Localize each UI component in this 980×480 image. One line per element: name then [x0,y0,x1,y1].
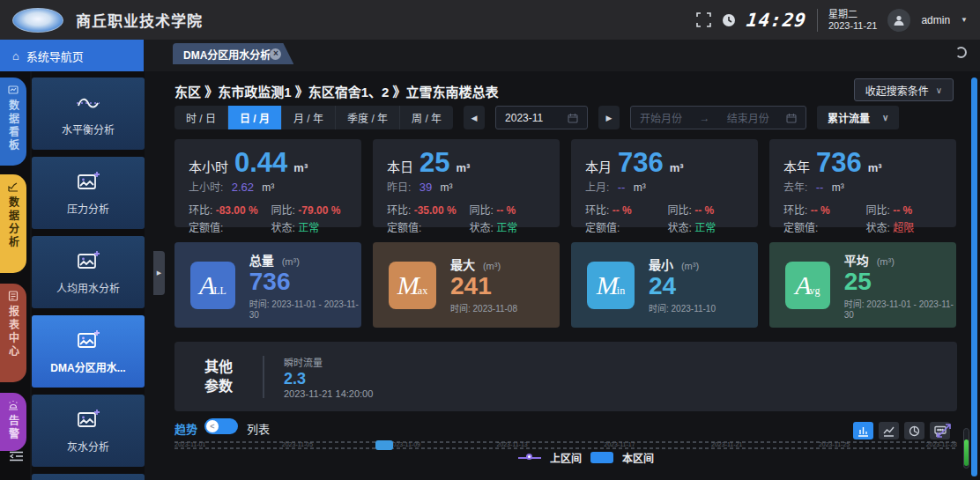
sidebar-group-report[interactable]: 报表中心 [0,284,26,382]
stat-prev-label: 去年: [783,181,807,194]
nav-home-label: 系统导航页 [26,48,84,64]
stat-period-label: 本月 [585,157,612,175]
filter-row: 时 / 日 日 / 月 月 / 年 季度 / 年 周 / 年 ◀ 2023-11… [174,106,899,129]
circle-chart-icon[interactable] [904,422,924,439]
quota-label: 定额值: [585,219,668,234]
legend-line-marker[interactable] [518,457,541,459]
summary-unit: (m³) [282,256,300,267]
stat-unit: m³ [293,161,308,174]
analysis-icon [8,181,19,192]
instant-flow-time: 2023-11-21 14:20:00 [284,388,373,399]
ring-label: 环比: [189,204,212,217]
legend-upper-range[interactable]: 上区间 [550,450,582,465]
metric-select[interactable]: 累计流量 ∨ [817,106,899,129]
refresh-icon[interactable] [955,47,969,61]
caret-down-icon[interactable]: ▼ [961,16,968,24]
legend-current-range[interactable]: 本区间 [622,450,654,465]
wave-icon [75,91,101,114]
period-month-year[interactable]: 月 / 年 [281,106,335,129]
period-day-month[interactable]: 日 / 月 [227,106,281,129]
icon-letter-small: in [617,284,625,298]
header-divider [817,9,818,32]
sidebar-item-grey-water[interactable]: 灰水分析 [32,395,145,467]
instant-flow-value: 2.3 [284,369,373,388]
fullscreen-chart-icon[interactable] [936,423,952,439]
stat-card-hour: 本小时 0.44 m³ 上小时: 2.62 m³ 环比: -83.00 % 同比… [174,139,361,227]
collapse-search-button[interactable]: 收起搜索条件 ∨ [854,78,954,101]
ring-value: -35.00 % [414,204,457,217]
stat-prev-unit: m³ [441,181,453,194]
stat-unit: m³ [670,161,684,174]
sidebar-group-strip: 数据看板 数据分析 报表中心 告警 [0,71,30,480]
collapse-menu-icon[interactable] [9,450,24,462]
stat-unit: m³ [457,161,471,174]
sidebar-group-analysis[interactable]: 数据分析 [0,174,26,273]
school-logo [12,8,63,33]
sidebar-item-dma-analysis[interactable]: DMA分区用水... [32,315,145,388]
calendar-icon [786,113,797,123]
sidebar-item-water-balance[interactable]: 水平衡分析 [32,78,145,150]
ring-value: -- % [811,204,830,217]
summary-value: 25 [844,269,956,295]
range-end-placeholder: 结束月份 [727,110,769,125]
clock-time: 14:29 [745,10,807,31]
other-params-card: 其他 参数 瞬时流量 2.3 2023-11-21 14:20:00 [174,342,957,411]
nav-home-button[interactable]: ⌂ 系统导航页 [0,40,144,71]
sidebar-item-per-capita[interactable]: 人均用水分析 [32,236,145,308]
quota-label: 定额值: [387,219,470,234]
fullscreen-icon[interactable] [696,12,711,27]
instant-flow-label: 瞬时流量 [284,355,373,369]
stat-value: 736 [618,150,664,176]
expand-sidebar-icon[interactable]: ▶ [153,251,165,295]
status-badge: 正常 [694,222,716,234]
ring-value: -- % [612,204,632,217]
tab-dma-analysis[interactable]: DMA分区用水分析 × [173,43,293,64]
sidebar-item-label: 水平衡分析 [62,122,115,137]
datazoom-tick: 2023-11-01 [174,441,205,447]
mini-scrollbar-thumb[interactable] [964,439,969,466]
line-chart-icon[interactable] [879,422,899,439]
next-month-button[interactable]: ▶ [598,106,620,129]
stat-prev-unit: m³ [262,181,274,194]
sidebar-group-alarm[interactable]: 告警 [0,393,26,451]
summary-card-min: M in 最小 (m³) 24 时间: 2023-11-10 [571,242,758,328]
trend-label: 趋势 [174,420,197,437]
other-params-title: 其他 参数 [174,358,263,396]
summary-cards-row: A LL 总量 (m³) 736 时间: 2023-11-01 - 2023-1… [174,242,957,328]
legend-bar-marker[interactable] [590,452,613,463]
month-range-picker[interactable]: 开始月份 → 结束月份 [630,106,806,129]
image-plus-icon [76,249,100,272]
app-title: 商丘职业技术学院 [76,9,203,31]
sidebar-group-dashboard[interactable]: 数据看板 [0,78,26,166]
period-week-year[interactable]: 周 / 年 [399,106,453,129]
period-segmented-control: 时 / 日 日 / 月 月 / 年 季度 / 年 周 / 年 [174,106,453,129]
sidebar-item-pressure[interactable]: 压力分析 [32,157,145,229]
datazoom-tick: 2023-11-21 [711,441,742,447]
close-icon[interactable]: × [270,48,281,60]
vertical-scrollbar[interactable] [971,78,977,476]
sidebar-group-label: 数据看板 [6,100,21,152]
sidebar-item-label: DMA分区用水... [50,359,125,374]
prev-month-button[interactable]: ◀ [464,106,485,129]
avatar[interactable] [887,9,910,32]
status-badge: 正常 [298,222,319,234]
sidebar-menu: 水平衡分析 压力分析 人均用水分析 [32,71,145,480]
month-picker[interactable]: 2023-11 [495,106,588,129]
summary-unit: (m³) [877,256,895,267]
period-hour-day[interactable]: 时 / 日 [174,106,227,129]
datazoom-window[interactable] [375,440,393,450]
sidebar-item-label: 灰水分析 [67,439,109,454]
summary-value: 24 [649,273,716,299]
sidebar-item-partial[interactable] [32,474,145,480]
summary-card-max: M ax 最大 (m³) 241 时间: 2023-11-08 [373,242,560,328]
summary-value: 241 [450,273,517,299]
summary-card-total: A LL 总量 (m³) 736 时间: 2023-11-01 - 2023-1… [174,242,361,328]
stat-unit: m³ [868,161,882,174]
stat-prev-label: 上月: [585,181,609,194]
period-quarter-year[interactable]: 季度 / 年 [335,106,399,129]
arrow-right-icon: → [699,112,709,124]
datazoom-tick: 2023-11-05 [282,441,313,447]
bar-chart-icon[interactable] [853,422,873,439]
user-name[interactable]: admin [921,14,950,26]
trend-list-toggle[interactable]: < [204,418,238,434]
